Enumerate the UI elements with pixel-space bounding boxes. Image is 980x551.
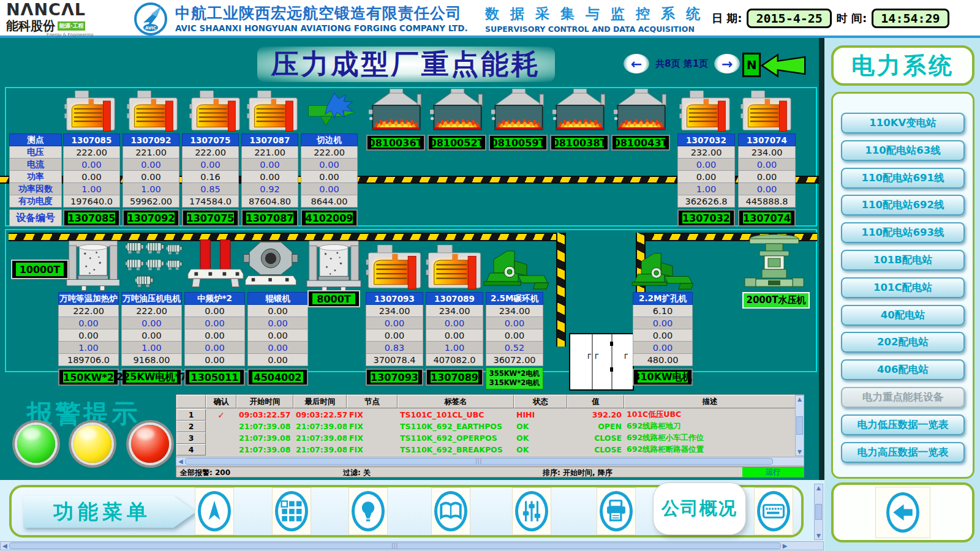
value-cell: 221.00: [123, 146, 179, 159]
date-label: 日 期:: [712, 11, 742, 26]
sidebar-button-110配电站692线[interactable]: 110配电站692线: [841, 195, 965, 216]
alarm-cell: TS110K_692_EARTHPOS: [398, 421, 514, 432]
value-cell: 0.00: [366, 329, 423, 342]
sidebar-button-110配电站693线[interactable]: 110配电站693线: [841, 222, 965, 243]
menu-icon-button-3[interactable]: [349, 487, 388, 535]
main-horizontal-scrollbar[interactable]: ◀ ||| ▶: [0, 541, 824, 550]
alarm-cell: 21:07:39.08: [236, 421, 293, 432]
prev-page-button[interactable]: ←: [624, 54, 649, 73]
device-id-text: 4504002: [252, 372, 303, 383]
value-cell: 1.00: [63, 183, 120, 195]
sidebar-button-101B配电站[interactable]: 101B配电站: [841, 250, 965, 271]
menu-icon-button-2[interactable]: [272, 487, 311, 535]
alarm-column-header: 开始时间: [236, 395, 293, 408]
column-header: 1307074: [738, 133, 796, 146]
sidebar-title: 电力系统: [831, 45, 974, 86]
value-cell: 0.00: [486, 317, 543, 329]
nancal-logo: NΛNCΛL 能科股份 能源·工程 Energy & Engineering: [6, 1, 123, 37]
sidebar-button-电力低压数据一览表[interactable]: 电力低压数据一览表: [841, 414, 965, 435]
green-nav-arrow-icon[interactable]: [761, 51, 806, 80]
alarm-row[interactable]: 1✓09:03:22.5709:03:22.57FIXTS101C_101CL_…: [176, 409, 796, 421]
sidebar-button-110KV变电站[interactable]: 110KV变电站: [841, 113, 965, 133]
menu-icon-button-6[interactable]: [597, 487, 636, 535]
alarm-row[interactable]: 221:07:39.0821:07:39.08FIXTS110K_692_EAR…: [176, 421, 796, 432]
sidebar-button-406配电站[interactable]: 406配电站: [841, 359, 965, 380]
sidebar-button-电力重点能耗设备: 电力重点能耗设备: [841, 387, 965, 408]
alarm-horizontal-scrollbar[interactable]: ◀ |||: [176, 457, 804, 466]
date-display: 2015-4-25: [747, 9, 831, 28]
alarm-cell: FIX: [347, 432, 398, 444]
value-cell: 0.00: [63, 171, 120, 183]
menu-icon-button-5[interactable]: [512, 487, 551, 535]
value-cell: 0.00: [247, 305, 308, 317]
value-cell: 0.00: [486, 329, 543, 342]
scroll-right-icon[interactable]: ▶: [781, 542, 790, 549]
sidebar-button-110配电站691线[interactable]: 110配电站691线: [841, 168, 965, 189]
control-cabinet-icon: [569, 333, 634, 391]
value-cell: 0.00: [633, 317, 693, 329]
value-cell: 0.00: [633, 329, 693, 342]
sidebar-button-40配电站[interactable]: 40配电站: [841, 305, 965, 326]
bulb-icon: [352, 491, 385, 531]
value-cell: 221.00: [241, 146, 298, 159]
value-cell: 0.00: [426, 317, 483, 329]
sidebar-button-101C配电站[interactable]: 101C配电站: [841, 277, 965, 298]
column-header: 辊锻机: [247, 292, 308, 305]
device-id-text: 315KW*2电机: [489, 378, 540, 388]
device-row-label: 设备编号: [9, 209, 62, 227]
alarm-light-yellow[interactable]: [74, 425, 111, 463]
row-label: 测点: [9, 133, 62, 146]
run-status-badge: 运行: [742, 467, 804, 477]
menu-icon-button-4[interactable]: [431, 487, 470, 535]
value-cell: 222.00: [121, 305, 182, 317]
value-cell: 8644.00: [301, 195, 358, 208]
furnace-id-led: 0810052T: [428, 135, 486, 151]
scroll-up-icon[interactable]: ▲: [797, 395, 802, 403]
value-cell: 0.85: [182, 183, 239, 195]
alarm-row[interactable]: 421:07:39.0821:07:39.08FIXTS110K_692_BRE…: [176, 444, 796, 455]
next-page-button[interactable]: →: [714, 54, 740, 73]
sidebar-button-110配电站63线[interactable]: 110配电站63线: [841, 140, 965, 161]
value-cell: 0.00: [182, 159, 239, 171]
furnace-id-led: 0810038T: [550, 135, 609, 151]
printer-icon: [600, 491, 633, 531]
device-id-text: 355KW*2电机: [489, 369, 540, 378]
alarm-light-red[interactable]: [131, 425, 169, 463]
alarm-cell: 09:03:22.57: [236, 409, 293, 421]
alarm-row[interactable]: 321:07:39.0821:07:39.08FIXTS110K_692_OPE…: [176, 432, 796, 444]
scroll-left-icon[interactable]: ◀: [1, 542, 9, 549]
device-id-led: 1307092: [123, 209, 179, 227]
page-navigation: ← 共8页 第1页 →: [624, 54, 740, 73]
value-cell: 9168.00: [121, 354, 182, 366]
furnace-id-text: 0810059T: [494, 138, 543, 148]
ring-rolling-machine-icon: [483, 249, 550, 291]
menu-icon-button-8[interactable]: [754, 487, 793, 535]
system-name-en: SUPERVISORY CONTROL AND DATA ACQUISITION: [485, 24, 703, 34]
scroll-left-icon[interactable]: ◀: [176, 458, 185, 465]
alarm-light-green[interactable]: [17, 425, 55, 463]
column-header: 1307092: [123, 133, 179, 146]
alarm-row-number: 2: [176, 421, 206, 432]
value-cell: 362626.8: [677, 195, 735, 208]
main-vertical-scrollbar[interactable]: ▲ ▼: [814, 484, 823, 540]
avic-logo: AVIC: [134, 2, 168, 36]
trimming-machine-icon: [304, 92, 360, 131]
device-id-led: 225KW电机*7: [121, 369, 182, 386]
device-id-led: 310KW电机: [633, 369, 693, 386]
press-tonnage-led: 10000T: [11, 260, 69, 279]
alarm-vertical-scrollbar[interactable]: ▲ ▼: [795, 395, 804, 456]
back-button[interactable]: [875, 487, 930, 538]
navigation-pointer-icon: [198, 491, 231, 531]
menu-icon-button-1[interactable]: [195, 487, 234, 535]
value-cell: 59962.00: [123, 195, 179, 208]
company-overview-button[interactable]: 公司概况: [653, 482, 746, 535]
sidebar-button-202配电站[interactable]: 202配电站: [841, 332, 965, 353]
scroll-down-icon[interactable]: ▼: [797, 448, 802, 455]
scroll-down-icon[interactable]: ▼: [816, 532, 821, 539]
value-cell: 234.00: [738, 146, 796, 159]
scroll-up-icon[interactable]: ▲: [816, 484, 821, 492]
press-8000t-icon: [304, 239, 363, 293]
sidebar-button-电力高压数据一览表[interactable]: 电力高压数据一览表: [841, 442, 965, 463]
value-cell: 0.00: [247, 354, 308, 366]
value-cell: 0.00: [301, 159, 358, 171]
